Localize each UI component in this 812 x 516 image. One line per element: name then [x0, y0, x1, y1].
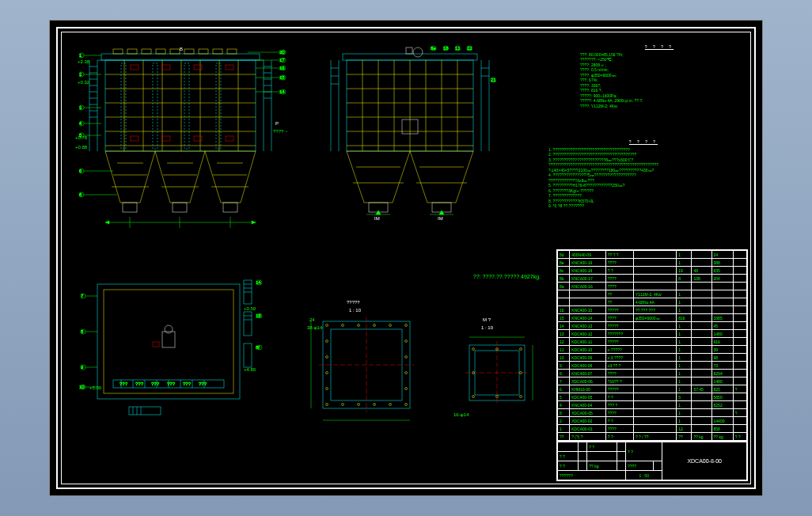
table-row[interactable]: 16KNC400-15???????.??? ???1 — [558, 306, 747, 314]
drawing-number: XDCA00-8-00 — [662, 442, 747, 480]
bom-table[interactable]: 8d400N40-09?? ? ?1248eKNC400-19????13888… — [556, 249, 748, 481]
table-cell: 1 — [677, 290, 692, 298]
svg-text:8e: 8e — [431, 46, 436, 51]
table-cell: ????? — [605, 385, 633, 393]
notes-title: ? ? ? ? — [548, 139, 738, 145]
table-cell — [633, 267, 676, 275]
elev-marker: +2.38 — [78, 59, 90, 64]
table-row[interactable]: 9KDC400-08≤3.?? ?173 — [558, 362, 747, 370]
svg-text:1: 1 — [79, 53, 82, 58]
svg-text:14: 14 — [279, 89, 285, 94]
table-cell: ?? — [558, 433, 570, 441]
table-cell: XDCA00-05 — [570, 409, 606, 417]
table-cell: 1 — [677, 362, 692, 370]
plan-view[interactable]: 7 8 9 10 14 18 8f +0.50 +4.80 +5.00 ????… — [74, 272, 271, 446]
table-cell: 835 — [711, 267, 733, 275]
table-cell: 48 — [692, 267, 711, 275]
parts-list[interactable]: 8d400N40-09?? ? ?1248eKNC400-19????13888… — [557, 250, 747, 441]
table-row[interactable]: 4KNC400-04??? ?18252 — [558, 401, 747, 409]
table-cell — [733, 338, 746, 346]
table-row[interactable]: 1KDCA00-01????12858 — [558, 425, 747, 433]
table-cell — [711, 290, 733, 298]
table-cell: 24 — [711, 251, 733, 259]
table-cell — [733, 259, 746, 267]
table-cell: KDCA00-01 — [570, 425, 606, 433]
table-row[interactable]: 14KNC400-13?????145 — [558, 322, 747, 330]
front-elevation-view[interactable]: 1 2 3 4 5 6 8 20 17 16 15 14 +2.38 +0.32… — [74, 44, 295, 250]
table-row[interactable]: 7XDCA00-06?16?? ?11480 — [558, 378, 747, 385]
table-row[interactable]: 6KHM16-00?????157.45825? — [558, 385, 747, 393]
table-cell: ???? — [605, 425, 633, 433]
table-cell — [633, 425, 676, 433]
table-row[interactable]: 13KDC400-12???????11480 — [558, 330, 747, 338]
svg-rect-9 — [213, 49, 222, 54]
table-cell: ??? ? — [605, 401, 633, 409]
table-cell: 5 — [677, 393, 692, 401]
svg-rect-28 — [216, 63, 221, 149]
elev-marker: +4.80 — [244, 367, 256, 372]
table-row[interactable]: 15KNC400-14????φ350×6600㎜8163385 — [558, 314, 747, 322]
table-cell: 8e — [558, 259, 570, 267]
table-cell — [733, 330, 746, 338]
table-cell: 19 — [677, 267, 692, 275]
detail-label: ????? — [347, 300, 360, 305]
svg-rect-183 — [244, 343, 252, 367]
table-cell: 8 — [558, 409, 570, 417]
table-cell: 12 — [677, 425, 692, 433]
table-cell: ????? — [605, 322, 633, 330]
table-row[interactable]: 8bKNCA00-17????8108204 — [558, 275, 747, 283]
table-row[interactable]: ??Y112M-2, 4Kw1 — [558, 290, 747, 298]
table-row[interactable]: 8cKNC400-18? ?1948835 — [558, 267, 747, 275]
table-cell: 1 — [677, 298, 692, 306]
detail-view-2[interactable]: M ? 1 : 10 16-φ14 — [450, 313, 544, 432]
table-row[interactable]: 2XDC400-02? ?114400 — [558, 417, 747, 425]
table-row[interactable]: 12KDC400-11?????1916 — [558, 338, 747, 346]
table-cell: 8252 — [711, 401, 733, 409]
cad-sheet[interactable]: 1 2 3 4 5 6 8 20 17 16 15 14 +2.38 +0.32… — [49, 20, 763, 496]
table-row[interactable]: 11KDC400-10≥.?????139 — [558, 346, 747, 354]
table-cell — [733, 401, 746, 409]
svg-rect-51 — [223, 203, 237, 212]
table-row[interactable]: ??4-68No.4A1 — [558, 298, 747, 306]
svg-rect-25 — [121, 63, 126, 149]
table-row[interactable]: 10KDC400-09≥.3.????198 — [558, 354, 747, 362]
table-cell: KNCA00-16 — [570, 283, 606, 290]
table-cell — [733, 306, 746, 314]
table-cell: 15 — [558, 314, 570, 322]
table-cell: ≥.3.???? — [605, 354, 633, 362]
table-row[interactable]: 8aKNCA00-16???? — [558, 283, 747, 290]
table-cell: ? — [733, 409, 746, 417]
table-row[interactable]: 5KDC400-05? ?55850 — [558, 393, 747, 401]
table-cell — [692, 370, 711, 378]
table-cell: KDC400-08 — [570, 362, 606, 370]
table-cell — [558, 290, 570, 298]
table-row[interactable]: 8eKNC400-19????1388 — [558, 259, 747, 267]
svg-rect-3 — [127, 49, 137, 54]
svg-rect-11 — [105, 60, 256, 151]
bolt-qty: 24 — [309, 317, 315, 322]
table-cell — [633, 354, 676, 362]
table-cell: 388 — [711, 259, 733, 267]
table-row[interactable]: 8KNC400-07????18294 — [558, 370, 747, 378]
detail-view-1[interactable]: ????? 1 : 10 24 38-φ14 — [303, 298, 430, 440]
table-cell: 1 — [677, 354, 692, 362]
table-row[interactable]: ??? (?) ?? ?? ? / ?????? kg?? kg? ? — [558, 433, 747, 441]
elev-marker: +0.32 — [78, 80, 90, 85]
table-cell — [711, 306, 733, 314]
svg-rect-2 — [113, 49, 123, 54]
side-elevation-view[interactable]: 8e 18 11 22 21 IM IM — [323, 44, 505, 250]
table-cell: ≤3.?? ? — [605, 362, 633, 370]
svg-point-222 — [326, 404, 328, 406]
table-cell — [692, 338, 711, 346]
table-cell: 8d — [558, 251, 570, 259]
table-row[interactable]: 8d400N40-09?? ? ?124 — [558, 251, 747, 259]
table-cell: ???? — [605, 409, 633, 417]
svg-text:???: ??? — [135, 381, 144, 386]
table-cell — [692, 401, 711, 409]
table-row[interactable]: 8XDCA00-05????1? — [558, 409, 747, 417]
svg-text:???: ??? — [183, 381, 192, 386]
svg-rect-4 — [142, 49, 151, 54]
svg-point-218 — [358, 324, 360, 327]
svg-rect-0 — [101, 54, 260, 60]
svg-point-219 — [374, 324, 376, 327]
